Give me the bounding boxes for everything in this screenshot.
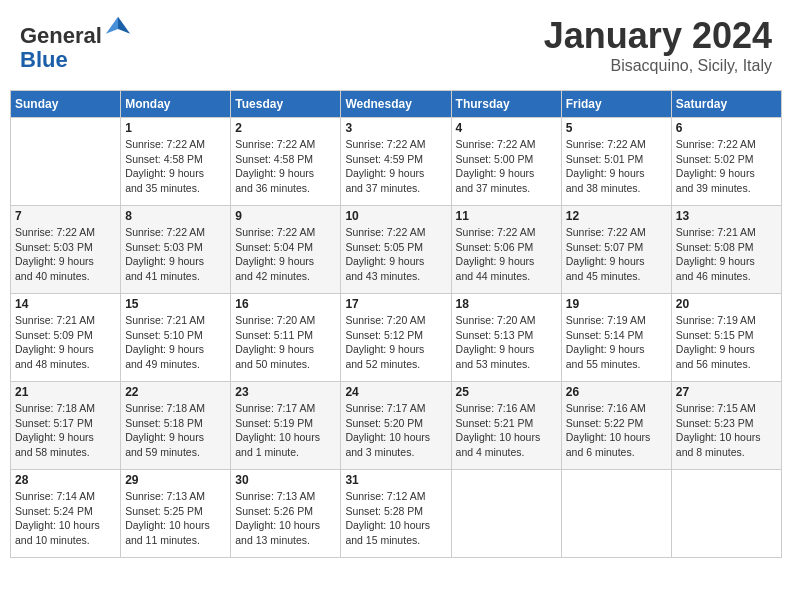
day-info: Sunrise: 7:14 AMSunset: 5:24 PMDaylight:… [15, 489, 116, 548]
day-info: Sunrise: 7:16 AMSunset: 5:22 PMDaylight:… [566, 401, 667, 460]
calendar-week-row: 28Sunrise: 7:14 AMSunset: 5:24 PMDayligh… [11, 470, 782, 558]
calendar-cell: 17Sunrise: 7:20 AMSunset: 5:12 PMDayligh… [341, 294, 451, 382]
calendar-day-header: Saturday [671, 91, 781, 118]
calendar-cell [451, 470, 561, 558]
calendar-cell [671, 470, 781, 558]
day-number: 26 [566, 385, 667, 399]
day-info: Sunrise: 7:22 AMSunset: 5:04 PMDaylight:… [235, 225, 336, 284]
calendar-cell: 16Sunrise: 7:20 AMSunset: 5:11 PMDayligh… [231, 294, 341, 382]
day-number: 10 [345, 209, 446, 223]
day-number: 29 [125, 473, 226, 487]
day-number: 31 [345, 473, 446, 487]
day-number: 2 [235, 121, 336, 135]
day-info: Sunrise: 7:15 AMSunset: 5:23 PMDaylight:… [676, 401, 777, 460]
day-info: Sunrise: 7:13 AMSunset: 5:25 PMDaylight:… [125, 489, 226, 548]
day-number: 5 [566, 121, 667, 135]
day-number: 15 [125, 297, 226, 311]
calendar-week-row: 7Sunrise: 7:22 AMSunset: 5:03 PMDaylight… [11, 206, 782, 294]
calendar-cell: 12Sunrise: 7:22 AMSunset: 5:07 PMDayligh… [561, 206, 671, 294]
day-number: 16 [235, 297, 336, 311]
day-number: 25 [456, 385, 557, 399]
day-number: 27 [676, 385, 777, 399]
day-number: 18 [456, 297, 557, 311]
day-info: Sunrise: 7:12 AMSunset: 5:28 PMDaylight:… [345, 489, 446, 548]
day-info: Sunrise: 7:19 AMSunset: 5:14 PMDaylight:… [566, 313, 667, 372]
calendar-cell: 21Sunrise: 7:18 AMSunset: 5:17 PMDayligh… [11, 382, 121, 470]
calendar-cell: 8Sunrise: 7:22 AMSunset: 5:03 PMDaylight… [121, 206, 231, 294]
calendar-cell: 2Sunrise: 7:22 AMSunset: 4:58 PMDaylight… [231, 118, 341, 206]
calendar-cell [561, 470, 671, 558]
day-number: 11 [456, 209, 557, 223]
day-number: 1 [125, 121, 226, 135]
calendar-table: SundayMondayTuesdayWednesdayThursdayFrid… [10, 90, 782, 558]
calendar-cell: 30Sunrise: 7:13 AMSunset: 5:26 PMDayligh… [231, 470, 341, 558]
logo: General Blue [20, 15, 132, 72]
page-header: General Blue January 2024 Bisacquino, Si… [10, 10, 782, 80]
calendar-cell: 22Sunrise: 7:18 AMSunset: 5:18 PMDayligh… [121, 382, 231, 470]
calendar-cell: 19Sunrise: 7:19 AMSunset: 5:14 PMDayligh… [561, 294, 671, 382]
day-info: Sunrise: 7:21 AMSunset: 5:09 PMDaylight:… [15, 313, 116, 372]
day-number: 22 [125, 385, 226, 399]
day-info: Sunrise: 7:22 AMSunset: 5:06 PMDaylight:… [456, 225, 557, 284]
day-info: Sunrise: 7:22 AMSunset: 4:58 PMDaylight:… [235, 137, 336, 196]
logo-general-text: General [20, 23, 102, 48]
day-number: 4 [456, 121, 557, 135]
day-info: Sunrise: 7:22 AMSunset: 4:59 PMDaylight:… [345, 137, 446, 196]
location-title: Bisacquino, Sicily, Italy [544, 57, 772, 75]
calendar-cell: 9Sunrise: 7:22 AMSunset: 5:04 PMDaylight… [231, 206, 341, 294]
calendar-day-header: Friday [561, 91, 671, 118]
calendar-cell: 25Sunrise: 7:16 AMSunset: 5:21 PMDayligh… [451, 382, 561, 470]
calendar-day-header: Monday [121, 91, 231, 118]
day-number: 28 [15, 473, 116, 487]
calendar-cell: 31Sunrise: 7:12 AMSunset: 5:28 PMDayligh… [341, 470, 451, 558]
day-info: Sunrise: 7:20 AMSunset: 5:13 PMDaylight:… [456, 313, 557, 372]
calendar-cell: 15Sunrise: 7:21 AMSunset: 5:10 PMDayligh… [121, 294, 231, 382]
day-number: 19 [566, 297, 667, 311]
month-title: January 2024 [544, 15, 772, 57]
calendar-cell: 29Sunrise: 7:13 AMSunset: 5:25 PMDayligh… [121, 470, 231, 558]
day-number: 7 [15, 209, 116, 223]
calendar-cell: 23Sunrise: 7:17 AMSunset: 5:19 PMDayligh… [231, 382, 341, 470]
day-info: Sunrise: 7:22 AMSunset: 4:58 PMDaylight:… [125, 137, 226, 196]
day-info: Sunrise: 7:13 AMSunset: 5:26 PMDaylight:… [235, 489, 336, 548]
day-info: Sunrise: 7:20 AMSunset: 5:12 PMDaylight:… [345, 313, 446, 372]
calendar-cell: 3Sunrise: 7:22 AMSunset: 4:59 PMDaylight… [341, 118, 451, 206]
calendar-cell: 28Sunrise: 7:14 AMSunset: 5:24 PMDayligh… [11, 470, 121, 558]
day-info: Sunrise: 7:18 AMSunset: 5:17 PMDaylight:… [15, 401, 116, 460]
day-number: 21 [15, 385, 116, 399]
day-number: 3 [345, 121, 446, 135]
calendar-cell: 27Sunrise: 7:15 AMSunset: 5:23 PMDayligh… [671, 382, 781, 470]
title-block: January 2024 Bisacquino, Sicily, Italy [544, 15, 772, 75]
calendar-cell: 18Sunrise: 7:20 AMSunset: 5:13 PMDayligh… [451, 294, 561, 382]
day-number: 17 [345, 297, 446, 311]
day-number: 9 [235, 209, 336, 223]
day-number: 24 [345, 385, 446, 399]
logo-blue-text: Blue [20, 47, 68, 72]
day-info: Sunrise: 7:22 AMSunset: 5:03 PMDaylight:… [125, 225, 226, 284]
calendar-cell: 26Sunrise: 7:16 AMSunset: 5:22 PMDayligh… [561, 382, 671, 470]
day-info: Sunrise: 7:21 AMSunset: 5:08 PMDaylight:… [676, 225, 777, 284]
calendar-cell: 20Sunrise: 7:19 AMSunset: 5:15 PMDayligh… [671, 294, 781, 382]
calendar-day-header: Tuesday [231, 91, 341, 118]
day-info: Sunrise: 7:22 AMSunset: 5:05 PMDaylight:… [345, 225, 446, 284]
day-number: 13 [676, 209, 777, 223]
day-info: Sunrise: 7:18 AMSunset: 5:18 PMDaylight:… [125, 401, 226, 460]
calendar-cell: 11Sunrise: 7:22 AMSunset: 5:06 PMDayligh… [451, 206, 561, 294]
day-info: Sunrise: 7:21 AMSunset: 5:10 PMDaylight:… [125, 313, 226, 372]
calendar-week-row: 14Sunrise: 7:21 AMSunset: 5:09 PMDayligh… [11, 294, 782, 382]
calendar-cell: 24Sunrise: 7:17 AMSunset: 5:20 PMDayligh… [341, 382, 451, 470]
day-number: 6 [676, 121, 777, 135]
logo-icon [104, 15, 132, 43]
calendar-cell: 7Sunrise: 7:22 AMSunset: 5:03 PMDaylight… [11, 206, 121, 294]
calendar-week-row: 21Sunrise: 7:18 AMSunset: 5:17 PMDayligh… [11, 382, 782, 470]
calendar-cell: 4Sunrise: 7:22 AMSunset: 5:00 PMDaylight… [451, 118, 561, 206]
calendar-cell: 1Sunrise: 7:22 AMSunset: 4:58 PMDaylight… [121, 118, 231, 206]
day-number: 14 [15, 297, 116, 311]
day-info: Sunrise: 7:20 AMSunset: 5:11 PMDaylight:… [235, 313, 336, 372]
calendar-cell: 6Sunrise: 7:22 AMSunset: 5:02 PMDaylight… [671, 118, 781, 206]
calendar-cell: 14Sunrise: 7:21 AMSunset: 5:09 PMDayligh… [11, 294, 121, 382]
day-number: 12 [566, 209, 667, 223]
day-info: Sunrise: 7:16 AMSunset: 5:21 PMDaylight:… [456, 401, 557, 460]
day-number: 23 [235, 385, 336, 399]
calendar-day-header: Thursday [451, 91, 561, 118]
